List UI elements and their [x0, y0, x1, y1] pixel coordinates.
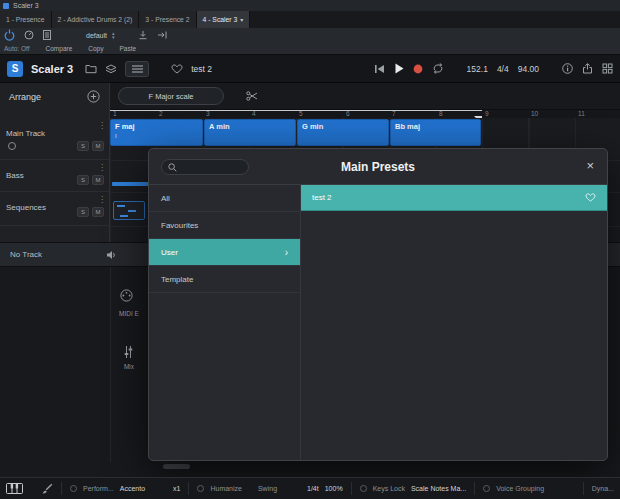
preset-dropdown[interactable]: default ▴▾ — [86, 31, 115, 40]
chord-name: F maj — [115, 122, 198, 131]
arrange-subheader: Arrange F Major scale — [0, 83, 620, 110]
preset-dropdown-value: default — [86, 32, 107, 39]
tab-scaler3[interactable]: 4 - Scaler 3 ▾ — [197, 11, 251, 28]
paste-button[interactable]: Paste — [119, 45, 136, 52]
time-signature[interactable]: 4/4 — [497, 64, 509, 74]
dots-menu-icon[interactable]: ⋮ — [98, 121, 106, 130]
auto-mode-button[interactable]: Auto: Off — [4, 45, 30, 52]
mute-button[interactable]: M — [92, 175, 104, 185]
mixer-icon[interactable] — [123, 345, 134, 359]
category-template[interactable]: Template — [149, 266, 300, 293]
track-main[interactable]: Main Track ⋮ S M — [0, 118, 110, 160]
ruler-bar-number: 11 — [578, 110, 585, 117]
favourite-heart-icon[interactable] — [171, 64, 183, 74]
tempo-value[interactable]: 94.00 — [518, 64, 539, 74]
record-icon[interactable] — [413, 64, 423, 74]
solo-button[interactable]: S — [77, 207, 89, 217]
voice-grouping-label: Voice Grouping — [496, 485, 544, 492]
output-transfer-icon[interactable] — [157, 30, 168, 40]
piano-keyboard-icon[interactable] — [6, 483, 23, 494]
close-icon[interactable]: × — [586, 157, 594, 175]
input-transfer-icon[interactable] — [138, 30, 148, 40]
info-icon[interactable] — [562, 63, 573, 74]
keys-lock-value[interactable]: Scale Notes Ma... — [411, 485, 466, 492]
category-user[interactable]: User › — [149, 239, 300, 266]
layers-icon[interactable] — [105, 64, 117, 74]
tab-label: 1 - Presence — [6, 16, 45, 23]
grid-apps-icon[interactable] — [602, 63, 613, 74]
chord-name: Bb maj — [395, 122, 476, 131]
timeline-ruler[interactable]: 1 2 3 4 5 6 7 8 9 10 11 — [110, 110, 620, 118]
copy-button[interactable]: Copy — [88, 45, 103, 52]
preset-search[interactable] — [161, 159, 249, 175]
perform-multiplier[interactable]: x1 — [173, 485, 180, 492]
solo-button[interactable]: S — [77, 175, 89, 185]
scissors-icon[interactable] — [246, 91, 258, 101]
chord-block-gmin[interactable]: G min — [297, 119, 389, 146]
chord-block-bbmaj[interactable]: Bb maj — [390, 119, 481, 146]
chord-block-amin[interactable]: A min — [204, 119, 296, 146]
voice-grouping-toggle[interactable] — [483, 485, 490, 492]
ruler-bar-number: 8 — [439, 110, 443, 117]
chevron-right-icon: › — [285, 247, 288, 258]
keys-lock-group: Keys Lock Scale Notes Ma... — [360, 485, 467, 492]
track-name: Main Track — [6, 129, 45, 138]
midi-export-label[interactable]: MIDI E — [110, 310, 148, 317]
main-presets-modal: Main Presets × All Favourites User › Tem… — [148, 148, 608, 461]
bypass-power-icon[interactable] — [4, 29, 15, 41]
playhead-position[interactable]: 152.1 — [467, 64, 488, 74]
mute-button[interactable]: M — [92, 207, 104, 217]
add-section-icon[interactable] — [87, 90, 100, 103]
skip-back-icon[interactable] — [374, 64, 385, 74]
host-toolbar-row1: default ▴▾ — [0, 28, 620, 42]
preset-list: test 2 — [301, 185, 607, 460]
mixer-label[interactable]: Mix — [110, 363, 148, 370]
category-favourites[interactable]: Favourites — [149, 212, 300, 239]
preset-search-input[interactable] — [181, 164, 242, 171]
dots-menu-icon[interactable]: ⋮ — [98, 163, 106, 172]
modal-header: Main Presets × — [149, 149, 607, 185]
compare-button[interactable]: Compare — [46, 45, 73, 52]
scaler-logo: S — [7, 61, 23, 77]
humanize-toggle[interactable] — [197, 485, 204, 492]
folder-icon[interactable] — [85, 64, 97, 74]
perform-value[interactable]: Accento — [120, 485, 145, 492]
keys-lock-toggle[interactable] — [360, 485, 367, 492]
record-arm-icon[interactable] — [8, 142, 16, 150]
speaker-icon[interactable] — [106, 250, 118, 260]
dots-menu-icon[interactable]: ⋮ — [98, 195, 106, 204]
midi-export-icon[interactable] — [119, 289, 134, 302]
current-preset-name[interactable]: test 2 — [191, 64, 212, 74]
tab-presence[interactable]: 1 - Presence — [0, 11, 52, 28]
perform-group: Perform... Accento x1 — [70, 485, 180, 492]
scale-selector[interactable]: F Major scale — [118, 87, 224, 105]
share-icon[interactable] — [582, 63, 593, 74]
perform-toggle[interactable] — [70, 485, 77, 492]
tab-addictive-drums[interactable]: 2 - Addictive Drums 2 (2) — [52, 11, 140, 28]
separator — [61, 482, 62, 495]
preset-item[interactable]: test 2 — [301, 185, 607, 211]
track-sequences[interactable]: Sequences ⋮ S M — [0, 192, 110, 226]
swing-division[interactable]: 1/4t — [307, 485, 319, 492]
brush-icon[interactable] — [41, 483, 53, 495]
mute-button[interactable]: M — [92, 141, 104, 151]
main-menu-button[interactable] — [125, 61, 149, 77]
tab-presence2[interactable]: 3 - Presence 2 — [139, 11, 196, 28]
sequence-clip[interactable] — [113, 201, 145, 220]
solo-mute-group: S M — [77, 141, 104, 151]
favourite-heart-icon[interactable] — [585, 193, 596, 202]
category-all[interactable]: All — [149, 185, 300, 212]
category-user-label: User — [161, 248, 178, 257]
file-icon[interactable] — [43, 30, 51, 40]
play-icon[interactable] — [394, 63, 404, 74]
horizontal-scrollbar[interactable] — [163, 464, 190, 469]
swing-amount[interactable]: 100% — [325, 485, 343, 492]
loop-icon[interactable] — [432, 63, 444, 74]
separator — [474, 482, 475, 495]
track-bass[interactable]: Bass ⋮ S M — [0, 160, 110, 192]
chord-block-fmaj[interactable]: F maj I — [110, 119, 203, 146]
solo-button[interactable]: S — [77, 141, 89, 151]
keys-lock-label: Keys Lock — [373, 485, 405, 492]
no-track-label: No Track — [10, 250, 42, 259]
dial-icon[interactable] — [24, 30, 34, 40]
